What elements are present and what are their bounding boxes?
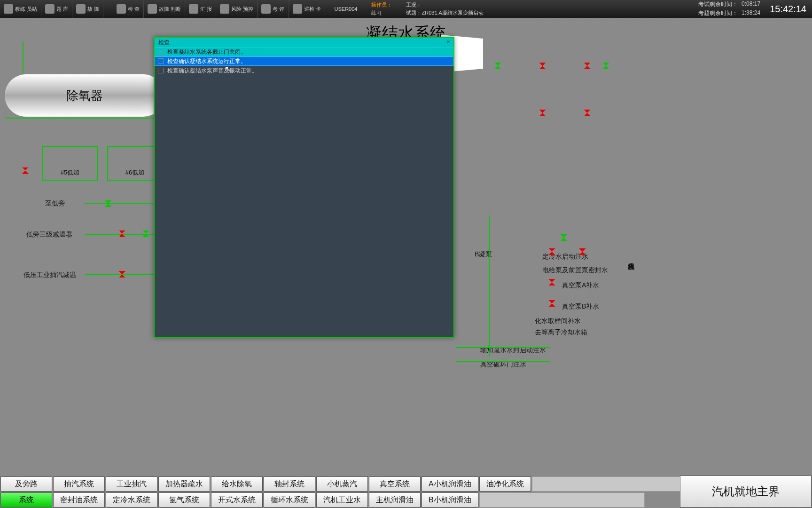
nav-btn[interactable]: 加热器疏水: [158, 476, 210, 492]
checklist-text: 检查确认凝结水系统运行正常。: [167, 57, 246, 65]
valve[interactable]: [583, 63, 592, 69]
valve[interactable]: [141, 230, 150, 237]
valve[interactable]: [547, 279, 557, 286]
nav-btn[interactable]: 抽汽系统: [53, 476, 105, 492]
vessel-label: 除氧器: [66, 87, 103, 104]
checkbox-icon[interactable]: [158, 58, 164, 64]
checklist-item[interactable]: 检查确认凝结水系统运行正常。: [155, 56, 453, 66]
toolbar-coach[interactable]: 教练 员站: [0, 0, 41, 18]
shiti-value: ZR031.A凝结水泵变频启动: [422, 10, 483, 16]
label-vacpump-a: 真空泵A补水: [562, 281, 599, 290]
toolbar-label: 风险 预控: [231, 6, 253, 12]
valve[interactable]: [601, 63, 611, 69]
label-chemwater-sample: 化水取样间补水: [535, 317, 581, 325]
pipe: [85, 203, 160, 204]
nav-btn[interactable]: 密封油系统: [53, 492, 105, 508]
heater-label: #6低加: [125, 168, 144, 177]
exam-remain-value: 0:08:17: [742, 0, 760, 8]
label-low-desuperheater: 低旁三级减温器: [26, 230, 72, 239]
pipe: [456, 347, 550, 348]
valve[interactable]: [117, 230, 127, 237]
toolbar-eval[interactable]: 考 评: [258, 0, 289, 18]
topic-remain-label: 考题剩余时间：: [698, 9, 738, 17]
valve[interactable]: [538, 63, 547, 69]
check-dialog: 检查 × 检查凝结水系统各截止门关闭。 检查确认凝结水系统运行正常。 检查确认凝…: [154, 37, 454, 338]
toolbar-patrol[interactable]: 巡检 卡: [289, 0, 325, 18]
heater-5[interactable]: #5低加: [42, 146, 98, 181]
valve[interactable]: [578, 248, 587, 255]
valve[interactable]: [547, 248, 557, 255]
checklist-text: 检查确认凝结水泵声音及振动正常。: [167, 67, 258, 75]
valve[interactable]: [21, 167, 30, 174]
valve[interactable]: [547, 300, 557, 307]
eval-icon: [261, 4, 271, 14]
toolbar-check[interactable]: 检 查: [113, 0, 144, 18]
valve[interactable]: [117, 271, 127, 278]
pipe: [489, 215, 490, 357]
bottom-row-1: 及旁路 抽汽系统 工业抽汽 加热器疏水 给水除氧 轴封系统 小机蒸汽 真空系统 …: [0, 476, 812, 492]
dialog-titlebar[interactable]: 检查 ×: [155, 38, 453, 47]
topic-remain-value: 1:38:24: [742, 9, 760, 17]
nav-btn[interactable]: 汽机工业水: [316, 492, 368, 508]
toolbar-label: 巡检 卡: [304, 6, 321, 12]
pipe: [456, 361, 550, 362]
checkbox-icon[interactable]: [158, 68, 164, 73]
toolbar-label: 考 评: [273, 6, 284, 12]
valve[interactable]: [583, 110, 592, 116]
nav-btn[interactable]: 氢气系统: [158, 492, 210, 508]
nav-main-screen[interactable]: 汽机就地主界: [680, 476, 812, 508]
checklist-item[interactable]: 检查确认凝结水泵声音及振动正常。: [155, 66, 453, 75]
nav-placeholder: [479, 492, 645, 508]
nav-btn[interactable]: 开式水系统: [211, 492, 263, 508]
warn-icon: [220, 4, 229, 14]
nav-btn[interactable]: 主机润滑油: [369, 492, 421, 508]
label-ion-cooling: 去等离子冷却水箱: [535, 328, 587, 337]
toolbar-label: 教练 员站: [15, 6, 37, 12]
toolbar-label: 题 库: [56, 6, 68, 12]
nav-btn[interactable]: 定冷水系统: [106, 492, 157, 508]
valve[interactable]: [538, 110, 547, 116]
pipe: [5, 118, 160, 119]
pipe: [23, 41, 23, 74]
checkbox-icon[interactable]: [158, 49, 164, 55]
toolbar-bank[interactable]: 题 库: [41, 0, 72, 18]
clipboard-icon: [293, 4, 302, 14]
label-to-lowbypass: 至低旁: [45, 199, 65, 208]
nav-btn[interactable]: 油净化系统: [479, 476, 531, 492]
gongkuang-label: 工况：: [406, 1, 483, 8]
nav-btn-active[interactable]: 系统: [0, 492, 52, 508]
heater-label: #5低加: [61, 168, 79, 177]
toolbar-risk[interactable]: 风险 预控: [216, 0, 258, 18]
valve[interactable]: [103, 200, 113, 207]
search-icon: [117, 4, 126, 14]
nav-btn[interactable]: 及旁路: [0, 476, 52, 492]
toolbar-judge[interactable]: 故障 判断: [144, 0, 185, 18]
checklist: 检查凝结水系统各截止门关闭。 检查确认凝结水系统运行正常。 检查确认凝结水泵声音…: [155, 47, 453, 75]
valve[interactable]: [493, 63, 503, 69]
nav-btn[interactable]: 轴封系统: [264, 476, 315, 492]
time-zone: 考试剩余时间：0:08:17 考题剩余时间：1:38:24 15:42:14: [698, 0, 812, 18]
valve[interactable]: [559, 234, 569, 241]
toolbar-label: 检 查: [128, 6, 140, 12]
toolbar-label: 故 障: [87, 6, 99, 12]
report-icon: [189, 4, 198, 14]
clock: 15:42:14: [770, 4, 806, 15]
label-vacpump-b: 真空泵B补水: [562, 302, 599, 311]
toolbar-label: 故障 判断: [159, 6, 181, 12]
user-zone: USER004 操作员： 练习 工况： 试题：ZR031.A凝结水泵变频启动: [325, 0, 493, 18]
checklist-item[interactable]: 检查凝结水系统各截止门关闭。: [155, 47, 453, 56]
nav-btn[interactable]: B小机润滑油: [422, 492, 478, 508]
label-low-industrial: 低压工业抽汽减温: [23, 271, 76, 279]
exam-remain-label: 考试剩余时间：: [698, 0, 738, 8]
toolbar-label: 汇 报: [200, 6, 212, 12]
nav-btn[interactable]: 真空系统: [369, 476, 421, 492]
close-icon[interactable]: ×: [445, 39, 452, 45]
toolbar-fault[interactable]: 故 障: [72, 0, 103, 18]
nav-btn[interactable]: 给水除氧: [211, 476, 263, 492]
nav-btn[interactable]: A小机润滑油: [422, 476, 478, 492]
toolbar-report[interactable]: 汇 报: [185, 0, 216, 18]
nav-btn[interactable]: 循环水系统: [264, 492, 315, 508]
label-feedpump-seal: 电给泵及前置泵密封水: [542, 266, 608, 275]
nav-btn[interactable]: 小机蒸汽: [316, 476, 368, 492]
nav-btn[interactable]: 工业抽汽: [106, 476, 157, 492]
